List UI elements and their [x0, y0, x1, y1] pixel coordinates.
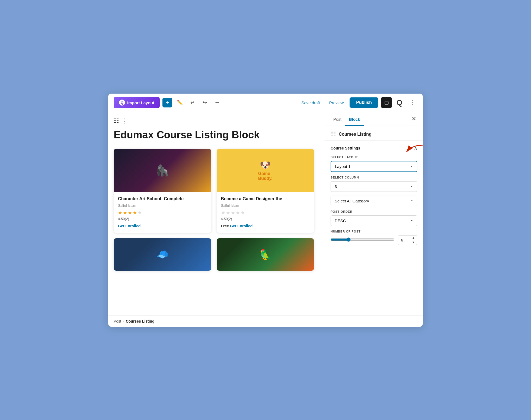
page-title: Edumax Course Listing Block [114, 129, 314, 141]
star-e5: ★ [241, 210, 245, 216]
courses-grid: 🦍 Character Art School: Complete Saiful … [114, 149, 314, 271]
star-1: ★ [118, 210, 122, 216]
more-options-button[interactable]: ⋮ [407, 98, 417, 107]
post-order-select[interactable]: DESC ASC [331, 215, 417, 226]
star-2: ★ [123, 210, 127, 216]
course-card-4: 🦜 [217, 238, 314, 271]
course-settings-section: Course Settings ∧ SELECT LAYOUT Layout 1… [325, 141, 423, 250]
block-more-icon[interactable]: ⋮ [122, 117, 128, 125]
course-card: 🦍 Character Art School: Complete Saiful … [114, 149, 211, 233]
post-order-label: POST ORDER [331, 210, 417, 213]
select-column-label: SELECT COLUMN [331, 176, 417, 179]
course-image-4: 🦜 [217, 238, 314, 271]
post-count-input[interactable] [398, 236, 410, 244]
course-rating-2: 4.50(2) [221, 217, 310, 221]
enroll-button-1[interactable]: Get Enrolled [118, 224, 140, 228]
course-settings-title: Course Settings [331, 146, 360, 150]
view-toggle-icon: ▢ [384, 100, 389, 106]
block-title-label: Courses Listing [339, 132, 372, 137]
editor-sidebar: Post Block ✕ ☷ Courses Listing [325, 112, 423, 316]
sidebar-block-title-row: ☷ Courses Listing [325, 126, 423, 141]
spin-down-button[interactable]: ▼ [410, 240, 417, 245]
post-count-slider[interactable] [331, 237, 395, 242]
block-list-icon[interactable]: ☷ [114, 117, 119, 125]
breadcrumb-bar: Post › Courses Listing [108, 316, 423, 327]
add-block-button[interactable]: + [162, 98, 172, 107]
star-e1: ★ [221, 210, 225, 216]
preview-button[interactable]: Preview [326, 98, 347, 107]
layout-select[interactable]: Layout 1 Layout 2 Layout 3 [331, 161, 417, 172]
slider-wrap [331, 237, 395, 243]
course-settings-header[interactable]: Course Settings ∧ [325, 141, 423, 155]
editor-block-toolbar: ☷ ⋮ [114, 117, 314, 125]
number-input-wrap: ▲ ▼ [398, 235, 417, 245]
sidebar-tabs: Post Block ✕ [325, 112, 423, 126]
view-toggle-button[interactable]: ▢ [381, 97, 392, 108]
course-image-2: 🐶 GameBuddy. [217, 149, 314, 192]
number-of-post-label: NUMBER OF POST [331, 230, 417, 233]
editor-body: ☷ ⋮ Edumax Course Listing Block 🦍 Charac… [108, 112, 423, 316]
breadcrumb-separator: › [123, 319, 124, 323]
import-layout-label: Import Layout [127, 100, 154, 105]
course-card-3: 🧢 [114, 238, 211, 271]
course-card-2: 🐶 GameBuddy. Become a Game Designer the … [217, 149, 314, 233]
course-title-1: Character Art School: Complete [118, 196, 207, 202]
course-title-2: Become a Game Designer the [221, 196, 310, 202]
course-author-1: Saiful Islam [118, 203, 207, 208]
course-author-2: Saiful Islam [221, 203, 310, 208]
star-5: ★ [137, 210, 142, 216]
top-toolbar: Q Import Layout + ✏️ ↩ ↪ ☰ Save draft Pr… [108, 94, 423, 112]
star-3: ★ [128, 210, 132, 216]
course-card-body-2: Become a Game Designer the Saiful Islam … [217, 192, 314, 233]
block-grid-icon: ☷ [331, 131, 336, 138]
pen-icon-button[interactable]: ✏️ [175, 98, 185, 107]
q-logo-icon: Q [119, 100, 125, 106]
course-stars-1: ★ ★ ★ ★ ★ [118, 210, 207, 216]
tab-post[interactable]: Post [330, 112, 345, 126]
breadcrumb-post[interactable]: Post [114, 319, 121, 323]
number-spin: ▲ ▼ [410, 236, 417, 245]
course-card-body: Character Art School: Complete Saiful Is… [114, 192, 211, 233]
course-rating-1: 4.50(2) [118, 217, 207, 221]
save-draft-button[interactable]: Save draft [298, 98, 323, 107]
category-select[interactable]: Select All Category Design Development B… [331, 196, 417, 206]
enroll-button-2[interactable]: Get Enrolled [230, 224, 252, 228]
select-layout-label: SELECT LAYOUT [331, 155, 417, 159]
course-stars-2: ★ ★ ★ ★ ★ [221, 210, 310, 216]
number-of-post-row: ▲ ▼ [331, 235, 417, 245]
tab-block[interactable]: Block [345, 112, 364, 126]
import-layout-button[interactable]: Q Import Layout [114, 97, 160, 108]
star-e3: ★ [231, 210, 235, 216]
star-e2: ★ [226, 210, 230, 216]
column-select[interactable]: 1 2 3 4 [331, 181, 417, 192]
spin-up-button[interactable]: ▲ [410, 236, 417, 240]
undo-icon-button[interactable]: ↩ [187, 98, 197, 107]
star-e4: ★ [236, 210, 240, 216]
sidebar-close-button[interactable]: ✕ [409, 113, 418, 125]
q-profile-button[interactable]: Q [395, 98, 404, 107]
course-image-3: 🧢 [114, 238, 211, 271]
chevron-up-icon: ∧ [414, 145, 417, 151]
free-label: Free [221, 224, 230, 228]
redo-icon-button[interactable]: ↪ [200, 98, 210, 107]
wp-editor-frame: Q Import Layout + ✏️ ↩ ↪ ☰ Save draft Pr… [108, 94, 423, 327]
course-settings-body: SELECT LAYOUT Layout 1 Layout 2 Layout 3… [325, 155, 423, 250]
editor-main: ☷ ⋮ Edumax Course Listing Block 🦍 Charac… [108, 112, 325, 316]
publish-button[interactable]: Publish [350, 97, 378, 108]
star-4: ★ [133, 210, 137, 216]
tools-icon-button[interactable]: ☰ [212, 98, 222, 107]
course-image-1: 🦍 [114, 149, 211, 192]
breadcrumb-current: Courses Listing [126, 319, 155, 323]
